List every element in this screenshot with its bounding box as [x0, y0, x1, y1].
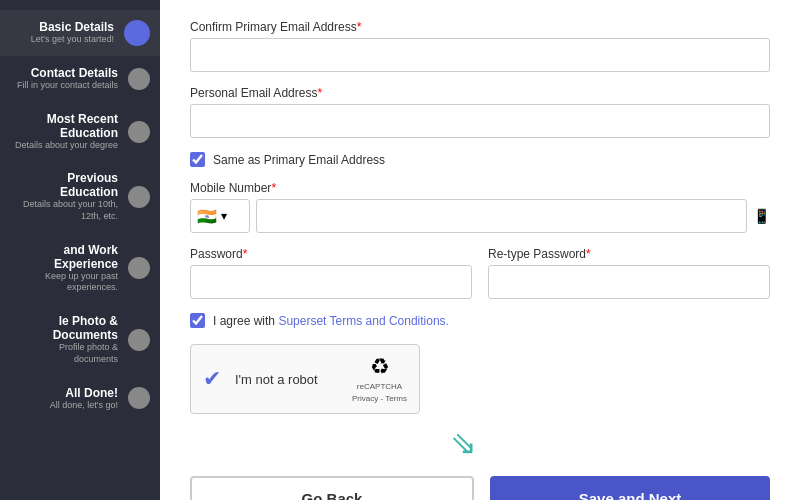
sidebar-item-contact-details[interactable]: Contact Details Fill in your contact det… [0, 56, 160, 102]
sidebar-item-all-done[interactable]: All Done! All done, let's go! [0, 376, 160, 422]
sidebar-item-photo-title: le Photo & Documents [14, 314, 118, 342]
recaptcha-logo-col: ♻ reCAPTCHA Privacy - Terms [352, 354, 407, 403]
recaptcha-brand-text: reCAPTCHA [357, 382, 402, 392]
recaptcha-privacy-text: Privacy - Terms [352, 394, 407, 404]
retype-password-input[interactable] [488, 265, 770, 299]
personal-email-input[interactable] [190, 104, 770, 138]
sidebar-item-work-experience[interactable]: and Work Experience Keep up your past ex… [0, 233, 160, 304]
same-as-primary-row: Same as Primary Email Address [190, 152, 770, 167]
sidebar-dot-work [128, 257, 150, 279]
password-row: Password* Re-type Password* [190, 247, 770, 313]
same-as-primary-checkbox[interactable] [190, 152, 205, 167]
personal-email-label: Personal Email Address* [190, 86, 770, 100]
same-as-primary-label: Same as Primary Email Address [213, 153, 385, 167]
recaptcha-checkmark-icon: ✔ [203, 366, 221, 392]
sidebar-item-contact-title: Contact Details [14, 66, 118, 80]
go-back-button[interactable]: Go Back [190, 476, 474, 500]
sidebar-item-work-subtitle: Keep up your past experiences. [14, 271, 118, 294]
sidebar-item-recent-edu-title: Most Recent Education [14, 112, 118, 140]
sidebar-item-recent-education[interactable]: Most Recent Education Details about your… [0, 102, 160, 162]
sidebar-item-done-subtitle: All done, let's go! [14, 400, 118, 412]
sidebar-item-prev-edu-title: Previous Education [14, 171, 118, 199]
sidebar-dot-photo [128, 329, 150, 351]
confirm-email-label: Confirm Primary Email Address* [190, 20, 770, 34]
terms-text: I agree with Superset Terms and Conditio… [213, 314, 449, 328]
sidebar-dot-basic-details [124, 20, 150, 46]
country-code-select[interactable]: 🇮🇳 ▾ [190, 199, 250, 233]
recaptcha-logo-icon: ♻ [370, 354, 390, 380]
password-group: Password* [190, 247, 472, 299]
country-dropdown-icon: ▾ [221, 209, 227, 223]
mobile-phone-icon: 📱 [753, 208, 770, 224]
sidebar-item-prev-edu-subtitle: Details about your 10th, 12th, etc. [14, 199, 118, 222]
recaptcha-label: I'm not a robot [235, 372, 338, 387]
sidebar-item-prev-education[interactable]: Previous Education Details about your 10… [0, 161, 160, 232]
arrow-hint-icon: ⇘ [450, 424, 477, 462]
confirm-email-group: Confirm Primary Email Address* [190, 20, 770, 72]
personal-email-group: Personal Email Address* [190, 86, 770, 138]
sidebar-item-done-title: All Done! [14, 386, 118, 400]
mobile-input-row: 🇮🇳 ▾ 📱 [190, 199, 770, 233]
main-form-area: Confirm Primary Email Address* Personal … [160, 0, 800, 500]
sidebar-dot-recent-edu [128, 121, 150, 143]
sidebar-dot-contact [128, 68, 150, 90]
mobile-label: Mobile Number* [190, 181, 770, 195]
sidebar: Basic Details Let's get you started! Con… [0, 0, 160, 500]
sidebar-item-basic-details-title: Basic Details [14, 20, 114, 34]
confirm-email-input[interactable] [190, 38, 770, 72]
mobile-group: Mobile Number* 🇮🇳 ▾ 📱 [190, 181, 770, 233]
terms-link[interactable]: Superset Terms and Conditions. [278, 314, 449, 328]
retype-password-label: Re-type Password* [488, 247, 770, 261]
mobile-number-input[interactable] [256, 199, 747, 233]
sidebar-item-photo-docs[interactable]: le Photo & Documents Profile photo & doc… [0, 304, 160, 375]
sidebar-dot-prev-edu [128, 186, 150, 208]
password-input[interactable] [190, 265, 472, 299]
sidebar-item-recent-edu-subtitle: Details about your degree [14, 140, 118, 152]
terms-checkbox[interactable] [190, 313, 205, 328]
recaptcha-box[interactable]: ✔ I'm not a robot ♻ reCAPTCHA Privacy - … [190, 344, 420, 414]
sidebar-item-work-title: and Work Experience [14, 243, 118, 271]
flag-icon: 🇮🇳 [197, 207, 217, 226]
sidebar-item-contact-subtitle: Fill in your contact details [14, 80, 118, 92]
sidebar-item-basic-details[interactable]: Basic Details Let's get you started! [0, 10, 160, 56]
sidebar-dot-done [128, 387, 150, 409]
save-and-next-button[interactable]: Save and Next [490, 476, 770, 500]
password-label: Password* [190, 247, 472, 261]
form-buttons-row: Go Back Save and Next [190, 476, 770, 500]
retype-password-group: Re-type Password* [488, 247, 770, 299]
sidebar-item-basic-details-subtitle: Let's get you started! [14, 34, 114, 46]
terms-row: I agree with Superset Terms and Conditio… [190, 313, 770, 328]
sidebar-item-photo-subtitle: Profile photo & documents [14, 342, 118, 365]
